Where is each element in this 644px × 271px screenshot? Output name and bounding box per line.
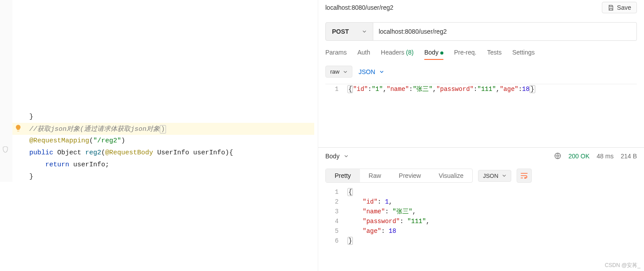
- tab-settings[interactable]: Settings: [512, 49, 535, 59]
- postman-pane: localhost:8080/user/reg2 Save POST Param…: [318, 0, 644, 271]
- highlighted-line[interactable]: //获取json对象(通过请求体获取json对象): [12, 123, 314, 135]
- code-annotation: @RequestMapping("/reg2"): [12, 135, 314, 147]
- tab-body[interactable]: Body: [424, 49, 443, 59]
- chevron-down-icon: [362, 29, 367, 34]
- code-brace-end-prev: }: [12, 111, 314, 123]
- code-return: return userInfo;: [12, 159, 314, 171]
- url-input[interactable]: [373, 22, 637, 41]
- view-preview[interactable]: Preview: [390, 169, 430, 182]
- tab-tests[interactable]: Tests: [487, 49, 502, 59]
- view-pretty[interactable]: Pretty: [326, 169, 360, 182]
- globe-icon[interactable]: [554, 152, 561, 160]
- response-size: 214 B: [620, 153, 637, 160]
- view-visualize[interactable]: Visualize: [430, 169, 472, 182]
- http-method-select[interactable]: POST: [325, 22, 373, 41]
- request-tabs: Params Auth Headers (8) Body Pre-req. Te…: [318, 41, 644, 59]
- save-button[interactable]: Save: [602, 2, 637, 13]
- chevron-down-icon: [502, 173, 506, 178]
- code-editor-pane: } //获取json对象(通过请求体获取json对象) @RequestMapp…: [0, 0, 318, 271]
- code-brace-end: }: [12, 171, 314, 183]
- response-view-segment: Pretty Raw Preview Visualize: [325, 169, 473, 183]
- save-icon: [608, 4, 614, 11]
- body-type-select[interactable]: raw: [325, 66, 352, 78]
- request-body-editor[interactable]: 1 {"id":"1","name":"张三","password":"111"…: [325, 84, 637, 94]
- editor-gutter: [0, 0, 12, 182]
- shield-icon: [3, 146, 8, 154]
- tab-params[interactable]: Params: [325, 49, 347, 59]
- response-time: 48 ms: [597, 153, 613, 160]
- line-number: 1: [325, 84, 348, 94]
- status-code: 200 OK: [569, 153, 589, 160]
- caret-brace: ): [160, 125, 166, 134]
- code-method-signature: public Object reg2(@RequestBody UserInfo…: [12, 147, 314, 159]
- chevron-down-icon: [344, 154, 348, 158]
- response-meta: 200 OK 48 ms 214 B: [554, 152, 637, 160]
- response-lang-select[interactable]: JSON: [478, 170, 511, 182]
- comment-text: //获取json对象(通过请求体获取json对象): [12, 125, 166, 134]
- body-lang-select[interactable]: JSON: [359, 68, 384, 75]
- tab-prereq[interactable]: Pre-req.: [454, 49, 477, 59]
- wrap-icon: [520, 173, 528, 179]
- response-section-select[interactable]: Body: [325, 153, 348, 160]
- tab-auth[interactable]: Auth: [357, 49, 370, 59]
- wrap-lines-button[interactable]: [517, 169, 532, 183]
- request-title: localhost:8080/user/reg2: [325, 4, 393, 11]
- chevron-down-icon: [343, 70, 348, 74]
- watermark: CSDN @安苒_: [605, 262, 640, 269]
- chevron-down-icon: [379, 70, 384, 74]
- tab-headers[interactable]: Headers (8): [381, 49, 414, 59]
- response-body[interactable]: 1{ 2"id": 1, 3"name": "张三", 4"password":…: [318, 183, 644, 246]
- modified-dot-icon: [440, 51, 443, 55]
- view-raw[interactable]: Raw: [360, 169, 390, 182]
- lightbulb-icon: [14, 124, 22, 132]
